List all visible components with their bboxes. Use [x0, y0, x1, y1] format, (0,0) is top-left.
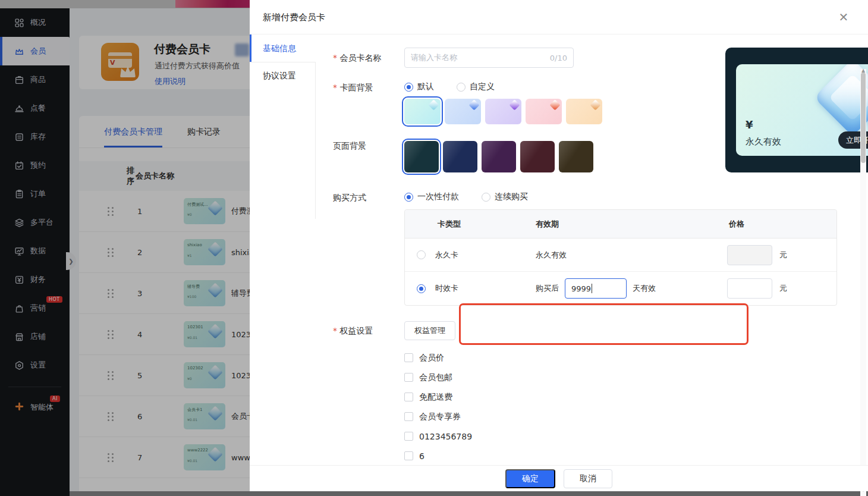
col-price: 价格: [708, 219, 836, 230]
card-bg-radio-自定义[interactable]: 自定义: [457, 81, 495, 92]
benefits-manage-button[interactable]: 权益管理: [404, 321, 455, 340]
modal-tab-underline: [250, 62, 315, 62]
price-input[interactable]: [727, 278, 772, 299]
purchase-method-label: 购买方式: [333, 193, 410, 203]
checkbox-icon[interactable]: [404, 393, 413, 401]
screen: 付费会员卡 通过付费方式获得高价值 使用说明 付费会员卡管理购卡记录 排序 会员…: [0, 0, 868, 496]
checkbox-icon[interactable]: [404, 412, 413, 421]
card-preview-panel: ¥ 永久有效 立即开通: [725, 48, 868, 172]
modal-title: 新增付费会员卡: [263, 12, 325, 23]
checkbox-icon[interactable]: [404, 432, 413, 441]
benefit-option-会员价: 会员价: [404, 348, 472, 368]
checkbox-icon[interactable]: [404, 451, 413, 460]
page-swatch-maroon[interactable]: [520, 141, 555, 172]
price-row-永久卡: 永久卡 永久有效 元: [405, 238, 836, 272]
gem-icon: [590, 99, 600, 110]
benefit-label: 会员专享券: [419, 412, 461, 422]
card-type-radio-永久卡[interactable]: [417, 250, 426, 259]
radio-icon: [404, 83, 413, 92]
benefit-option-会员包邮: 会员包邮: [404, 368, 472, 387]
purchase-radio-连续购买[interactable]: 连续购买: [482, 192, 528, 202]
radio-icon: [482, 193, 490, 202]
modal-tab-基础信息[interactable]: 基础信息: [250, 34, 315, 62]
face-swatch-peach[interactable]: [566, 99, 602, 124]
modal-scrollbar[interactable]: ▲ ▼: [860, 69, 866, 496]
validity-suffix: 天有效: [633, 283, 656, 294]
radio-icon: [417, 250, 426, 259]
preview-currency: ¥: [746, 118, 753, 131]
col-validity: 有效期: [536, 219, 708, 230]
checkbox-icon[interactable]: [404, 353, 413, 362]
gem-icon: [549, 99, 560, 110]
benefit-label: 0123456789: [419, 432, 472, 441]
char-counter: 0/10: [550, 54, 567, 62]
gem-icon: [428, 99, 439, 110]
price-table: 卡类型 有效期 价格 永久卡 永久有效 元 时效卡 购买后 9999 天有效 元: [404, 209, 837, 306]
benefits-label: 权益设置: [333, 326, 410, 337]
radio-icon: [417, 284, 426, 293]
card-type-label: 永久卡: [435, 250, 458, 260]
card-bg-radio-默认[interactable]: 默认: [404, 81, 434, 92]
face-swatch-pink[interactable]: [526, 99, 562, 124]
card-preview: ¥ 永久有效 立即开通: [736, 64, 868, 156]
modal-body: 会员卡名称 请输入卡名称 0/10 卡面背景 默认自定义 页面背景 购买方式 一…: [315, 34, 868, 465]
price-unit: 元: [779, 283, 787, 294]
modal-footer: 确定 取消: [250, 465, 868, 491]
modal-tab-协议设置[interactable]: 协议设置: [250, 62, 315, 89]
face-swatch-purple[interactable]: [485, 99, 521, 124]
benefit-option-会员专享券: 会员专享券: [404, 407, 472, 426]
col-card-type: 卡类型: [405, 219, 536, 230]
radio-icon: [404, 193, 413, 202]
price-unit: 元: [779, 250, 787, 260]
price-row-时效卡: 时效卡 购买后 9999 天有效 元: [405, 272, 836, 305]
card-name-placeholder: 请输入卡名称: [411, 52, 550, 63]
modal-header: 新增付费会员卡 ✕: [250, 0, 868, 34]
card-name-label: 会员卡名称: [333, 53, 410, 64]
add-card-modal: 新增付费会员卡 ✕ 基础信息协议设置 会员卡名称 请输入卡名称 0/10 卡面背…: [250, 0, 868, 491]
validity-prefix: 购买后: [536, 283, 559, 294]
card-type-label: 时效卡: [435, 283, 458, 294]
benefit-label: 会员包邮: [419, 372, 452, 383]
benefit-label: 会员价: [419, 353, 444, 363]
card-type-radio-时效卡[interactable]: [417, 284, 426, 293]
radio-label: 一次性付款: [417, 192, 459, 202]
benefit-label: 免配送费: [419, 392, 452, 403]
page-swatch-dark-teal[interactable]: [404, 141, 439, 172]
purchase-radio-一次性付款[interactable]: 一次性付款: [404, 192, 459, 202]
radio-icon: [457, 83, 466, 92]
radio-label: 默认: [417, 81, 434, 92]
days-input[interactable]: 9999: [565, 278, 627, 299]
benefits-checkbox-list: 会员价会员包邮免配送费会员专享券01234567896: [404, 348, 472, 466]
scrollbar-thumb[interactable]: [861, 73, 866, 163]
page-swatch-brown[interactable]: [559, 141, 593, 172]
gem-icon: [468, 99, 479, 110]
cancel-button[interactable]: 取消: [564, 469, 612, 488]
radio-label: 连续购买: [495, 192, 528, 202]
preview-validity: 永久有效: [746, 136, 781, 147]
face-swatch-mint[interactable]: [404, 99, 441, 124]
card-name-input[interactable]: 请输入卡名称 0/10: [404, 48, 574, 68]
benefit-option-6: 6: [404, 446, 472, 466]
annotation-highlight-box: [459, 303, 749, 345]
confirm-button[interactable]: 确定: [505, 469, 555, 488]
close-icon[interactable]: ✕: [836, 10, 851, 25]
radio-label: 自定义: [470, 81, 495, 92]
benefit-option-免配送费: 免配送费: [404, 387, 472, 407]
page-swatch-dark-purple[interactable]: [482, 141, 516, 172]
benefit-label: 6: [419, 451, 424, 461]
gem-icon: [509, 99, 520, 110]
checkbox-icon[interactable]: [404, 373, 413, 382]
validity-text: 永久有效: [536, 250, 567, 260]
page-bg-label: 页面背景: [333, 141, 410, 152]
benefit-option-0123456789: 0123456789: [404, 426, 472, 446]
price-table-header: 卡类型 有效期 价格: [405, 210, 836, 238]
price-input[interactable]: [727, 245, 772, 265]
card-bg-label: 卡面背景: [333, 83, 410, 93]
face-swatch-blue[interactable]: [445, 99, 481, 124]
page-swatch-navy[interactable]: [443, 141, 477, 172]
